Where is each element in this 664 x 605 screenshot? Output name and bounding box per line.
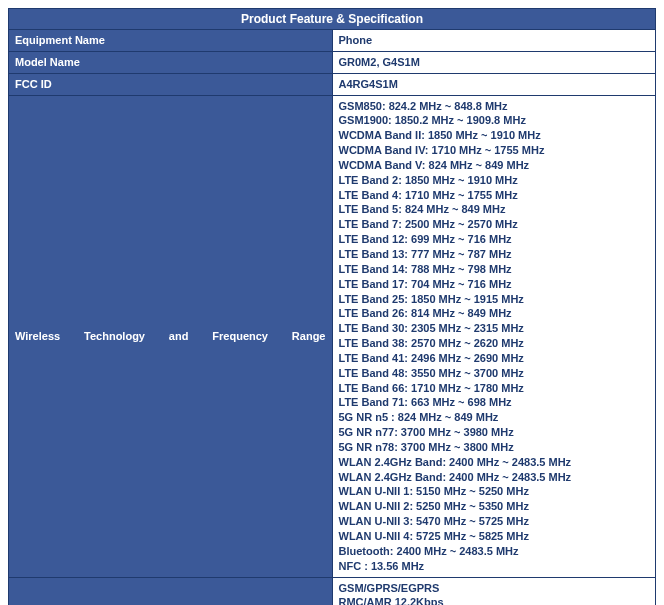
table-row: FCC ID A4RG4S1M xyxy=(9,73,656,95)
equipment-name-value: Phone xyxy=(332,30,656,52)
mode-label: Mode xyxy=(9,577,333,605)
fcc-id-value: A4RG4S1M xyxy=(332,73,656,95)
table-row: Equipment Name Phone xyxy=(9,30,656,52)
spec-table: Product Feature & Specification Equipmen… xyxy=(8,8,656,605)
model-name-value: GR0M2, G4S1M xyxy=(332,51,656,73)
model-name-label: Model Name xyxy=(9,51,333,73)
table-row: Model Name GR0M2, G4S1M xyxy=(9,51,656,73)
mode-value: GSM/GPRS/EGPRSRMC/AMR 12.2KbpsHSDPAHSUPA… xyxy=(332,577,656,605)
equipment-name-label: Equipment Name xyxy=(9,30,333,52)
wireless-value: GSM850: 824.2 MHz ~ 848.8 MHzGSM1900: 18… xyxy=(332,95,656,577)
fcc-id-label: FCC ID xyxy=(9,73,333,95)
wireless-label: Wireless Technology and Frequency Range xyxy=(9,95,333,577)
table-header: Product Feature & Specification xyxy=(9,9,656,30)
table-row: Wireless Technology and Frequency Range … xyxy=(9,95,656,577)
table-row: Mode GSM/GPRS/EGPRSRMC/AMR 12.2KbpsHSDPA… xyxy=(9,577,656,605)
